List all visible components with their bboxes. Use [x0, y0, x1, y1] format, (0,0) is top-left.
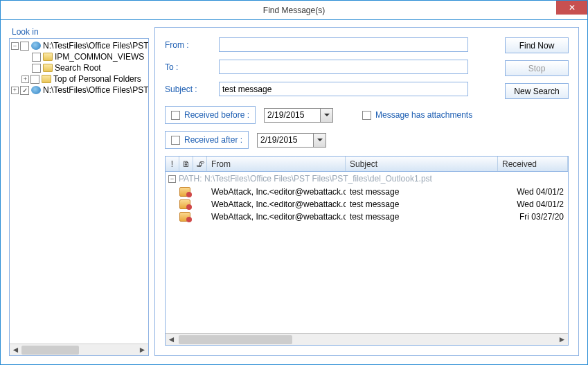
titlebar: Find Message(s) ✕: [1, 1, 587, 20]
tree-toggle-icon[interactable]: −: [11, 42, 19, 50]
scroll-track[interactable]: [21, 344, 136, 356]
page-icon: 🗎: [182, 159, 190, 169]
search-pane: From : To : Subject : Find N: [154, 27, 579, 356]
tree-label: N:\TestFiles\Office Files\PST: [43, 85, 148, 95]
close-button[interactable]: ✕: [556, 1, 587, 15]
search-form: From : To : Subject : Find N: [155, 28, 578, 156]
scroll-right-icon[interactable]: ►: [136, 344, 148, 356]
globe-icon: [31, 86, 41, 94]
received-after-date[interactable]: [257, 133, 326, 148]
cell-from: WebAttack, Inc.<editor@webattack.c...: [207, 187, 346, 197]
mail-icon: [179, 212, 190, 222]
tree-label: Top of Personal Folders: [53, 74, 141, 84]
col-from[interactable]: From: [207, 157, 346, 171]
col-subject[interactable]: Subject: [346, 157, 498, 171]
col-received[interactable]: Received: [498, 157, 568, 171]
message-row[interactable]: WebAttack, Inc.<editor@webattack.c...tes…: [166, 211, 568, 223]
dropdown-icon[interactable]: [320, 109, 332, 122]
tree-checkbox[interactable]: [20, 42, 29, 51]
received-before-input[interactable]: [265, 109, 320, 122]
paperclip-icon: 🖇: [196, 159, 204, 169]
folder-icon: [43, 64, 53, 72]
content-area: Look in −N:\TestFiles\Office Files\PSTIP…: [1, 20, 587, 364]
window-title: Find Message(s): [263, 6, 325, 15]
scroll-track[interactable]: [177, 334, 556, 346]
folder-icon: [43, 53, 53, 61]
globe-icon: [31, 42, 41, 50]
tree-label: IPM_COMMON_VIEWS: [55, 52, 144, 62]
to-label: To :: [165, 62, 213, 72]
tree-node[interactable]: +Top of Personal Folders: [10, 73, 148, 84]
col-importance[interactable]: !: [166, 157, 179, 171]
folder-tree[interactable]: −N:\TestFiles\Office Files\PSTIPM_COMMON…: [10, 39, 148, 97]
cell-from: WebAttack, Inc.<editor@webattack.c...: [207, 212, 346, 222]
new-search-button[interactable]: New Search: [505, 83, 569, 99]
cell-from: WebAttack, Inc.<editor@webattack.c...: [207, 199, 346, 209]
tree-node[interactable]: −N:\TestFiles\Office Files\PST: [10, 40, 148, 51]
path-row[interactable]: −PATH: N:\TestFiles\Office Files\PST Fil…: [166, 172, 568, 186]
tree-checkbox[interactable]: [32, 64, 41, 73]
to-input[interactable]: [219, 60, 468, 74]
cell-received: Fri 03/27/20: [498, 212, 568, 222]
collapse-icon[interactable]: −: [168, 175, 176, 183]
scroll-left-icon[interactable]: ◄: [10, 344, 21, 356]
folder-icon: [42, 75, 51, 83]
stop-button[interactable]: Stop: [505, 60, 569, 76]
from-label: From :: [165, 40, 213, 50]
tree-label: N:\TestFiles\Office Files\PST: [43, 41, 148, 51]
message-row[interactable]: WebAttack, Inc.<editor@webattack.c...tes…: [166, 198, 568, 211]
grid-hscrollbar[interactable]: ◄ ►: [166, 333, 568, 345]
tree-toggle-icon[interactable]: +: [21, 75, 29, 83]
tree-container: −N:\TestFiles\Office Files\PSTIPM_COMMON…: [9, 38, 149, 356]
find-now-button[interactable]: Find Now: [505, 37, 569, 53]
received-before-group: Received before :: [165, 106, 256, 124]
path-label: PATH: N:\TestFiles\Office Files\PST File…: [179, 174, 432, 184]
scroll-left-icon[interactable]: ◄: [166, 334, 177, 346]
lookin-label: Look in: [12, 27, 149, 37]
col-icon[interactable]: 🗎: [179, 157, 193, 171]
from-input[interactable]: [219, 37, 468, 52]
mail-icon: [179, 187, 190, 197]
cell-received: Wed 04/01/2: [498, 199, 568, 209]
subject-label: Subject :: [165, 84, 213, 94]
received-before-date[interactable]: [264, 108, 333, 123]
grid-header[interactable]: ! 🗎 🖇 From Subject Received: [166, 157, 568, 172]
mail-icon: [179, 199, 190, 209]
dropdown-icon[interactable]: [313, 134, 326, 147]
cell-subject: test message: [346, 212, 498, 222]
tree-label: Search Root: [55, 63, 101, 73]
received-before-label: Received before :: [184, 110, 249, 120]
cell-subject: test message: [346, 199, 498, 209]
tree-checkbox[interactable]: [30, 75, 39, 84]
cell-received: Wed 04/01/2: [498, 187, 568, 197]
message-row[interactable]: WebAttack, Inc.<editor@webattack.c...tes…: [166, 186, 568, 198]
tree-checkbox[interactable]: [32, 53, 41, 62]
attachments-label: Message has attachments: [375, 110, 472, 120]
cell-subject: test message: [346, 187, 498, 197]
results-grid: ! 🗎 🖇 From Subject Received −PATH: N:\Te…: [165, 156, 569, 346]
received-after-label: Received after :: [184, 135, 242, 145]
scroll-thumb[interactable]: [179, 335, 292, 344]
received-before-checkbox[interactable]: [171, 111, 180, 120]
tree-node[interactable]: +N:\TestFiles\Office Files\PST: [10, 84, 148, 96]
lookin-pane: Look in −N:\TestFiles\Office Files\PSTIP…: [9, 27, 149, 356]
col-attachment[interactable]: 🖇: [193, 157, 207, 171]
received-after-checkbox[interactable]: [171, 136, 180, 145]
tree-toggle-icon[interactable]: +: [11, 87, 19, 94]
received-after-input[interactable]: [258, 134, 313, 147]
received-after-group: Received after :: [165, 131, 249, 149]
attachments-checkbox[interactable]: [362, 111, 371, 120]
grid-body[interactable]: −PATH: N:\TestFiles\Office Files\PST Fil…: [166, 172, 568, 333]
scroll-thumb[interactable]: [21, 346, 79, 355]
tree-checkbox[interactable]: [20, 86, 29, 95]
tree-node[interactable]: Search Root: [10, 62, 148, 73]
tree-node[interactable]: IPM_COMMON_VIEWS: [10, 51, 148, 62]
tree-hscrollbar[interactable]: ◄ ►: [10, 344, 148, 355]
find-messages-window: Find Message(s) ✕ Look in −N:\TestFiles\…: [0, 0, 588, 365]
scroll-right-icon[interactable]: ►: [556, 334, 568, 346]
subject-input[interactable]: [219, 82, 468, 96]
